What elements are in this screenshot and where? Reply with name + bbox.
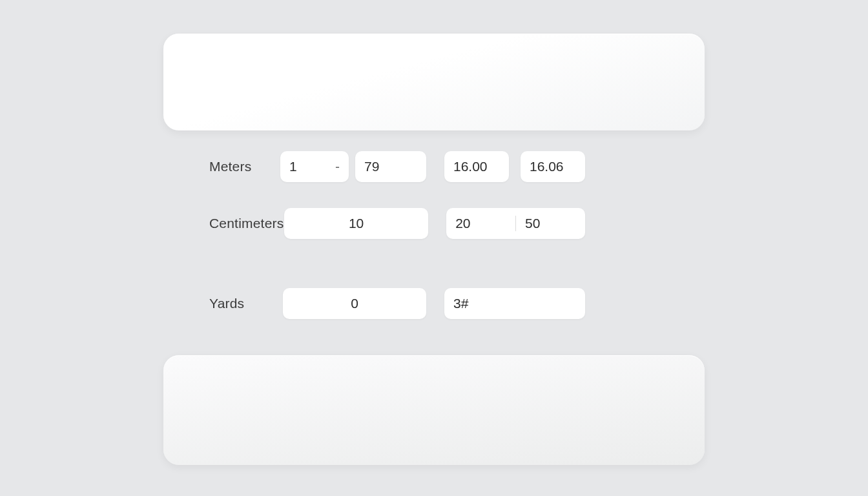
yards-primary-value: 0: [351, 296, 358, 311]
yards-secondary[interactable]: [444, 288, 585, 319]
centimeters-split-right[interactable]: 50: [516, 216, 585, 231]
row-yards: Yards 0: [209, 288, 585, 319]
row-centimeters: Centimeters 10 20 50: [209, 208, 585, 239]
centimeters-primary[interactable]: 10: [284, 208, 428, 239]
bottom-panel: [163, 355, 705, 465]
centimeters-split-left[interactable]: 20: [446, 216, 516, 231]
centimeters-split-left-value: 20: [455, 216, 470, 231]
meters-label: Meters: [209, 159, 269, 174]
centimeters-split-right-value: 50: [525, 216, 540, 231]
meters-value-b[interactable]: [521, 151, 585, 182]
dash-icon: -: [330, 159, 340, 174]
meters-value-a[interactable]: [444, 151, 509, 182]
centimeters-split[interactable]: 20 50: [446, 208, 585, 239]
meters-range-end[interactable]: [355, 151, 426, 182]
centimeters-primary-value: 10: [349, 216, 364, 231]
yards-primary[interactable]: 0: [283, 288, 426, 319]
meters-range-group: 1 -: [280, 151, 426, 182]
top-panel: [163, 34, 705, 130]
meters-range-start-value: 1: [289, 159, 297, 174]
yards-label: Yards: [209, 296, 271, 311]
centimeters-label: Centimeters: [209, 216, 273, 231]
row-meters: Meters 1 -: [209, 151, 585, 182]
meters-range-start[interactable]: 1 -: [280, 151, 349, 182]
